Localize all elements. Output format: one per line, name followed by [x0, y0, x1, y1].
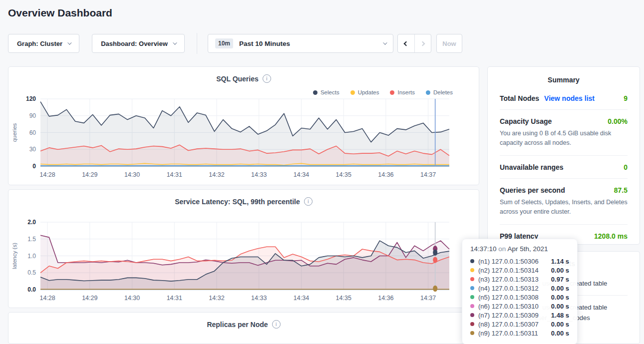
- sql-queries-chart[interactable]: 030609012014:2814:2914:3014:3114:3214:33…: [8, 95, 452, 186]
- legend-dot-icon: [350, 90, 355, 95]
- svg-text:14:32: 14:32: [209, 295, 224, 302]
- time-window-badge: 10m: [215, 38, 233, 48]
- chart-hover-tooltip: 14:37:10 on Apr 5th, 2021 (n1) 127.0.0.1…: [462, 239, 578, 344]
- series-dot-icon: [470, 286, 474, 290]
- svg-text:14:32: 14:32: [209, 171, 224, 178]
- chevron-down-icon: [67, 40, 71, 44]
- time-range-dropdown[interactable]: 10m Past 10 Minutes: [208, 34, 393, 53]
- tooltip-node-row: (n6) 127.0.0.1:50310 0.00 s: [470, 302, 569, 311]
- chevron-left-icon: [404, 41, 409, 46]
- series-dot-icon: [470, 295, 474, 299]
- svg-text:14:29: 14:29: [82, 171, 97, 178]
- svg-text:60: 60: [29, 129, 36, 136]
- tooltip-node-value: 0.00 s: [551, 285, 569, 292]
- tooltip-node-value: 0.00 s: [551, 303, 569, 310]
- svg-text:120: 120: [26, 95, 36, 102]
- svg-text:14:35: 14:35: [336, 295, 351, 302]
- time-step-button-group: [397, 34, 431, 53]
- tooltip-timestamp: 14:37:10 on Apr 5th, 2021: [470, 245, 569, 253]
- svg-text:14:31: 14:31: [167, 295, 182, 302]
- legend-dot-icon: [426, 90, 430, 95]
- svg-text:1.0: 1.0: [27, 253, 36, 260]
- tooltip-node-value: 0.00 s: [551, 294, 569, 301]
- svg-text:14:28: 14:28: [39, 295, 55, 302]
- svg-text:0.0: 0.0: [27, 286, 36, 293]
- series-dot-icon: [470, 304, 474, 308]
- tooltip-node-label: (n3) 127.0.0.1:50313: [478, 276, 539, 283]
- svg-text:latency (s): latency (s): [11, 243, 17, 269]
- tooltip-node-value: 0.97 s: [551, 276, 569, 283]
- tooltip-node-label: (n6) 127.0.0.1:50310: [478, 303, 539, 310]
- svg-text:0: 0: [32, 163, 36, 170]
- info-icon[interactable]: i: [263, 74, 271, 83]
- tooltip-node-row: (n4) 127.0.0.1:50312 0.00 s: [470, 284, 569, 293]
- svg-text:14:29: 14:29: [82, 295, 97, 302]
- dashboard-selector-dropdown[interactable]: Dashboard: Overview: [92, 34, 185, 53]
- svg-text:14:31: 14:31: [167, 171, 182, 178]
- tooltip-node-row: (n2) 127.0.0.1:50314 0.00 s: [470, 266, 569, 275]
- svg-text:14:36: 14:36: [378, 295, 393, 302]
- svg-text:queries: queries: [11, 123, 17, 142]
- series-dot-icon: [470, 322, 474, 326]
- service-latency-chart[interactable]: 0.00.51.01.52.014:2814:2914:3014:3114:32…: [8, 218, 452, 309]
- summary-row-value: 9: [624, 94, 628, 102]
- info-icon[interactable]: i: [272, 320, 281, 329]
- svg-text:14:37: 14:37: [420, 295, 436, 302]
- svg-text:14:34: 14:34: [294, 171, 309, 178]
- replicas-per-node-title: Replicas per Node: [207, 321, 268, 329]
- svg-text:14:36: 14:36: [378, 171, 393, 178]
- now-button[interactable]: Now: [436, 34, 462, 53]
- tooltip-node-row: (n8) 127.0.0.1:50307 0.00 s: [470, 320, 569, 329]
- controls-divider: [197, 33, 197, 54]
- tooltip-node-value: 0.00 s: [551, 321, 569, 328]
- tooltip-node-label: (n7) 127.0.0.1:50309: [478, 312, 539, 319]
- tooltip-node-value: 0.00 s: [551, 330, 569, 337]
- svg-text:2.0: 2.0: [27, 219, 36, 226]
- page-title: Overview Dashboard: [8, 7, 112, 19]
- summary-row-value: 0: [624, 163, 628, 171]
- service-latency-card: Service Latency: SQL, 99th percentile i …: [8, 189, 479, 308]
- summary-panel: Summary Total Nodes View nodes list 9 Ca…: [487, 66, 640, 245]
- summary-row-description: You are using 0 B of 4.5 GiB usable disk…: [500, 129, 628, 148]
- summary-row-description: Sum of Selects, Updates, Inserts, and De…: [500, 198, 628, 217]
- summary-row-value: 87.5: [614, 186, 628, 194]
- graph-selector-label: Graph: Cluster: [17, 40, 62, 47]
- tooltip-node-value: 1.14 s: [551, 258, 569, 265]
- summary-row-label: Unavailable ranges: [500, 163, 564, 171]
- summary-row-value: 1208.0 ms: [594, 232, 628, 240]
- sql-queries-card: SQL Queries i Selects Updates Inserts De…: [8, 66, 479, 185]
- tooltip-node-row: (n7) 127.0.0.1:50309 1.48 s: [470, 311, 569, 320]
- svg-text:14:33: 14:33: [251, 171, 267, 178]
- svg-text:14:30: 14:30: [124, 171, 140, 178]
- view-nodes-list-link[interactable]: View nodes list: [544, 94, 595, 102]
- previous-time-button[interactable]: [398, 34, 414, 52]
- series-dot-icon: [470, 259, 474, 263]
- summary-row-label: Total Nodes: [500, 94, 539, 102]
- sql-queries-title: SQL Queries: [216, 75, 259, 83]
- tooltip-node-label: (n4) 127.0.0.1:50312: [478, 285, 539, 292]
- summary-row: Total Nodes View nodes list 9: [500, 87, 628, 109]
- chevron-down-icon: [383, 40, 387, 44]
- next-time-button[interactable]: [414, 34, 431, 52]
- graph-selector-dropdown[interactable]: Graph: Cluster: [8, 34, 79, 53]
- tooltip-node-row: (n9) 127.0.0.1:50311 0.00 s: [470, 329, 569, 338]
- legend-dot-icon: [390, 90, 394, 95]
- summary-row: Capacity Usage 0.00% You are using 0 B o…: [500, 109, 628, 155]
- service-latency-title: Service Latency: SQL, 99th percentile: [175, 198, 300, 206]
- svg-text:14:34: 14:34: [294, 295, 309, 302]
- dashboard-selector-label: Dashboard: Overview: [101, 40, 168, 47]
- tooltip-node-value: 1.48 s: [551, 312, 569, 319]
- svg-text:14:33: 14:33: [251, 295, 267, 302]
- tooltip-node-label: (n2) 127.0.0.1:50314: [478, 267, 539, 274]
- svg-text:30: 30: [29, 146, 36, 153]
- legend-dot-icon: [313, 90, 318, 95]
- replicas-per-node-card: Replicas per Node i: [8, 312, 479, 344]
- tooltip-node-row: (n3) 127.0.0.1:50313 0.97 s: [470, 275, 569, 284]
- series-dot-icon: [470, 268, 474, 272]
- info-icon[interactable]: i: [304, 197, 313, 206]
- summary-row-label: Queries per second: [500, 186, 565, 194]
- tooltip-node-row: (n5) 127.0.0.1:50308 0.00 s: [470, 293, 569, 302]
- svg-text:14:28: 14:28: [39, 171, 55, 178]
- tooltip-node-label: (n9) 127.0.0.1:50311: [478, 330, 538, 337]
- svg-text:0.5: 0.5: [27, 269, 36, 276]
